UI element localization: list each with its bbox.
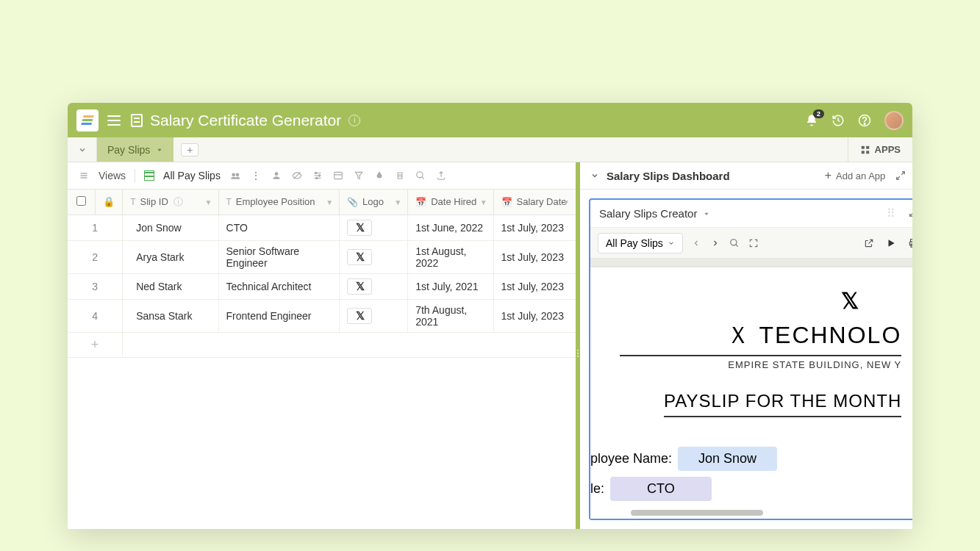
collapse-icon[interactable] <box>590 171 599 180</box>
view-toolbar: Views All Pay Slips ⋮ <box>68 162 576 190</box>
panel-title[interactable]: Salary Slips Creator <box>599 207 697 220</box>
cell-salary-date[interactable]: 1st July, 2023 <box>493 240 576 273</box>
company-name: Ｘ TECHNOLO <box>620 320 901 356</box>
document-preview[interactable]: 𝕏 Ｘ TECHNOLO EMPIRE STATE BUILDING, NEW … <box>590 259 912 519</box>
notifications-icon[interactable]: 2 <box>805 114 818 127</box>
hide-fields-icon[interactable] <box>291 170 303 181</box>
company-logo: 𝕏 <box>590 288 901 314</box>
document-icon <box>131 114 143 127</box>
group-icon[interactable] <box>332 170 344 181</box>
expand-panel-icon[interactable] <box>909 207 912 217</box>
cell-slip-id[interactable]: Sansa Stark <box>123 299 218 332</box>
add-app-button[interactable]: + Add an App <box>825 169 886 182</box>
export-icon[interactable] <box>435 170 447 181</box>
help-icon[interactable] <box>858 114 871 127</box>
cell-position[interactable]: CTO <box>218 215 340 240</box>
filter-icon[interactable] <box>353 170 365 181</box>
table-row[interactable]: 4 Sansa Stark Frontend Engineer 𝕏 7th Au… <box>68 299 576 332</box>
play-icon[interactable] <box>885 237 897 249</box>
dashboard-header: Salary Slips Dashboard + Add an App <box>580 162 912 190</box>
panel-header: Salary Slips Creator ⠿ <box>590 200 912 228</box>
info-icon[interactable]: i <box>348 115 360 126</box>
panel-dropdown-icon[interactable] <box>703 210 710 217</box>
tabbar: Pay Slips + APPS <box>68 137 912 162</box>
column-position[interactable]: TEmployee Position▼ <box>218 190 340 215</box>
apps-label: APPS <box>875 144 901 155</box>
views-menu-icon[interactable] <box>78 170 90 181</box>
row-number: 1 <box>68 215 123 240</box>
views-label[interactable]: Views <box>99 170 126 181</box>
tab-expand-button[interactable] <box>68 137 97 162</box>
cell-position[interactable]: Senior Software Engineer <box>218 240 340 273</box>
menu-icon[interactable] <box>107 115 121 126</box>
svg-point-35 <box>731 239 737 245</box>
svg-line-27 <box>422 177 424 179</box>
fullscreen-icon[interactable] <box>748 237 759 249</box>
svg-point-18 <box>318 175 320 176</box>
add-row-button[interactable]: + <box>68 332 123 357</box>
search-panel-icon[interactable] <box>729 237 740 249</box>
filter-dropdown[interactable]: All Pay Slips <box>598 233 683 253</box>
print-icon[interactable] <box>907 237 912 249</box>
drag-handle-icon[interactable]: ⠿ <box>887 206 895 220</box>
info-icon: ⓘ <box>174 196 183 207</box>
cell-date-hired[interactable]: 7th August, 2021 <box>408 299 493 332</box>
cell-position[interactable]: Technical Architect <box>218 273 340 299</box>
svg-marker-32 <box>705 212 709 215</box>
search-icon[interactable] <box>415 170 426 181</box>
row-number: 2 <box>68 240 123 273</box>
filter-settings-icon[interactable] <box>312 170 323 181</box>
add-tab-button[interactable]: + <box>181 143 198 156</box>
svg-marker-22 <box>355 172 362 179</box>
share-view-icon[interactable] <box>229 170 241 181</box>
cell-logo[interactable]: 𝕏 <box>340 215 408 240</box>
column-salary-date[interactable]: 📅Salary Date▼ <box>493 190 576 215</box>
svg-marker-2 <box>158 148 162 151</box>
svg-point-10 <box>232 173 235 177</box>
svg-rect-23 <box>398 173 402 179</box>
user-avatar[interactable] <box>884 111 904 130</box>
view-name[interactable]: All Pay Slips <box>163 170 221 181</box>
table-row[interactable]: 2 Arya Stark Senior Software Engineer 𝕏 … <box>68 240 576 273</box>
collaborators-icon[interactable] <box>271 170 282 181</box>
column-date-hired[interactable]: 📅Date Hired▼ <box>408 190 493 215</box>
cell-salary-date[interactable]: 1st July, 2023 <box>493 215 576 240</box>
column-logo[interactable]: 📎Logo▼ <box>340 190 408 215</box>
svg-point-11 <box>235 173 239 177</box>
cell-logo[interactable]: 𝕏 <box>340 273 408 299</box>
cell-slip-id[interactable]: Arya Stark <box>123 240 218 273</box>
pane-resize-handle[interactable] <box>576 346 580 361</box>
cell-salary-date[interactable]: 1st July, 2023 <box>493 273 576 299</box>
cell-date-hired[interactable]: 1st June, 2022 <box>408 215 493 240</box>
main-area: Views All Pay Slips ⋮ <box>68 162 912 529</box>
history-icon[interactable] <box>831 114 845 127</box>
svg-line-36 <box>736 244 738 246</box>
table-row[interactable]: 1 Jon Snow CTO 𝕏 1st June, 2022 1st July… <box>68 215 576 240</box>
table-row[interactable]: 3 Ned Stark Technical Architect 𝕏 1st Ju… <box>68 273 576 299</box>
employee-name-value: Jon Snow <box>678 447 777 471</box>
select-all-checkbox[interactable] <box>76 196 86 206</box>
cell-slip-id[interactable]: Ned Stark <box>123 273 218 299</box>
more-options-icon[interactable]: ⋮ <box>250 170 262 181</box>
apps-button[interactable]: APPS <box>848 137 912 162</box>
cell-date-hired[interactable]: 1st August, 2022 <box>408 240 493 273</box>
row-height-icon[interactable] <box>394 170 406 181</box>
cell-logo[interactable]: 𝕏 <box>340 299 408 332</box>
color-icon[interactable] <box>373 170 385 181</box>
cell-salary-date[interactable]: 1st July, 2023 <box>493 299 576 332</box>
next-record-icon[interactable] <box>709 237 721 249</box>
cell-date-hired[interactable]: 1st July, 2021 <box>408 273 493 299</box>
app-logo[interactable] <box>76 109 99 132</box>
expand-dashboard-icon[interactable] <box>895 170 906 181</box>
cell-position[interactable]: Frontend Engineer <box>218 299 340 332</box>
svg-rect-5 <box>861 151 864 154</box>
dashboard-pane: Salary Slips Dashboard + Add an App Sala… <box>580 162 912 529</box>
tab-pay-slips[interactable]: Pay Slips <box>97 137 174 162</box>
cell-slip-id[interactable]: Jon Snow <box>123 215 218 240</box>
column-slip-id[interactable]: TSlip ID ⓘ▼ <box>123 190 218 215</box>
open-external-icon[interactable] <box>863 237 875 249</box>
horizontal-scrollbar[interactable] <box>631 510 763 516</box>
prev-record-icon[interactable] <box>690 237 702 249</box>
cell-logo[interactable]: 𝕏 <box>340 240 408 273</box>
svg-point-12 <box>275 172 279 176</box>
